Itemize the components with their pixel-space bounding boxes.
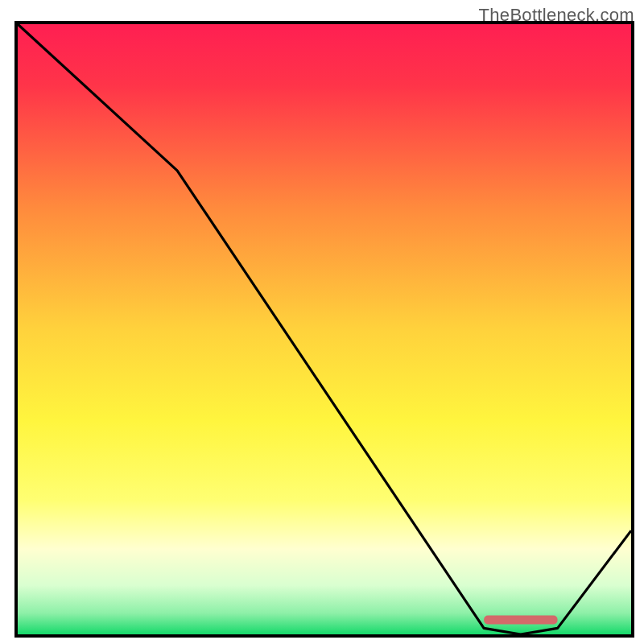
chart-background [18,24,631,634]
chart-plot-area [18,24,631,634]
chart-frame [14,21,634,638]
watermark-text: TheBottleneck.com [479,5,634,26]
chart-svg [18,24,631,634]
chart-root: TheBottleneck.com [0,0,644,644]
optimal-range-marker [484,616,557,625]
